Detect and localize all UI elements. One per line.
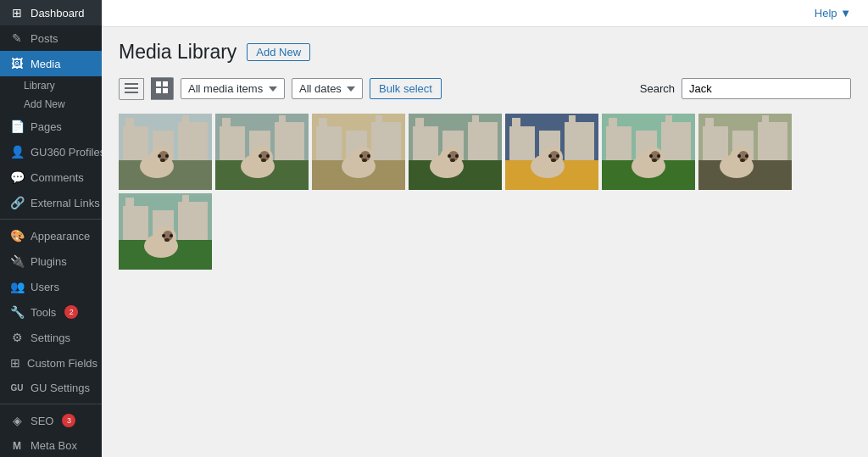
sidebar-label-comments: Comments — [31, 171, 84, 184]
sidebar-label-posts: Posts — [31, 32, 58, 45]
sidebar-item-gu360-profiles[interactable]: 👤 GU360 Profiles — [0, 139, 102, 164]
media-item[interactable] — [409, 114, 502, 190]
sidebar-label-meta-box: Meta Box — [31, 439, 77, 452]
meta-box-icon: M — [10, 440, 24, 452]
media-item[interactable] — [119, 114, 212, 190]
sidebar-item-tools[interactable]: 🔧 Tools 2 — [0, 299, 102, 325]
main-content: Help ▼ Media Library Add New All media i… — [102, 0, 868, 457]
svg-rect-3 — [156, 81, 161, 86]
media-icon: 🖼 — [10, 57, 24, 70]
sidebar-item-appearance[interactable]: 🎨 Appearance — [0, 223, 102, 248]
list-view-button[interactable] — [119, 78, 144, 100]
external-links-icon: 🔗 — [10, 196, 24, 209]
sidebar-label-gu-settings: GU Settings — [31, 382, 90, 394]
media-item[interactable] — [119, 193, 212, 270]
sidebar-item-custom-fields[interactable]: ⊞ Custom Fields — [0, 350, 102, 376]
sidebar-label-custom-fields: Custom Fields — [27, 357, 97, 370]
svg-rect-6 — [163, 88, 168, 93]
search-label: Search — [640, 82, 675, 95]
posts-icon: ✎ — [10, 31, 24, 45]
sidebar-item-external-links[interactable]: 🔗 External Links — [0, 190, 102, 215]
sidebar-label-gu360: GU360 Profiles — [31, 146, 102, 159]
sidebar-label-users: Users — [31, 281, 59, 293]
sidebar-label-tools: Tools — [31, 306, 56, 319]
sidebar-item-pages[interactable]: 📄 Pages — [0, 114, 102, 139]
sidebar: ⊞ Dashboard ✎ Posts 🖼 Media Library Add … — [0, 0, 102, 457]
sidebar-item-dashboard[interactable]: ⊞ Dashboard — [0, 0, 102, 25]
seo-icon: ◈ — [10, 414, 24, 427]
appearance-icon: 🎨 — [10, 229, 24, 242]
bulk-select-button[interactable]: Bulk select — [370, 78, 442, 99]
topbar: Help ▼ — [102, 0, 868, 27]
sidebar-label-plugins: Plugins — [31, 255, 67, 268]
sidebar-label-add-new-media: Add New — [24, 98, 65, 110]
sidebar-item-seo[interactable]: ◈ SEO 3 — [0, 408, 102, 433]
tools-badge: 2 — [64, 305, 78, 319]
page-title: Media Library — [119, 41, 236, 64]
sidebar-label-media: Media — [31, 58, 60, 70]
svg-rect-0 — [125, 83, 138, 85]
sidebar-item-gu-settings[interactable]: GU GU Settings — [0, 376, 102, 400]
pages-icon: 📄 — [10, 120, 24, 133]
add-new-button[interactable]: Add New — [247, 43, 310, 61]
gu360-icon: 👤 — [10, 145, 24, 159]
media-type-filter[interactable]: All media items — [181, 78, 285, 99]
gu-settings-icon: GU — [10, 383, 24, 393]
sidebar-label-dashboard: Dashboard — [31, 7, 85, 20]
media-item[interactable] — [602, 114, 695, 190]
sidebar-item-plugins[interactable]: 🔌 Plugins — [0, 248, 102, 274]
settings-icon: ⚙ — [10, 331, 24, 344]
media-item[interactable] — [312, 114, 405, 190]
list-view-icon — [125, 82, 138, 96]
custom-fields-icon: ⊞ — [10, 356, 20, 370]
sidebar-item-settings[interactable]: ⚙ Settings — [0, 325, 102, 350]
svg-rect-2 — [125, 92, 138, 93]
sidebar-label-pages: Pages — [31, 120, 62, 133]
grid-view-icon — [156, 81, 168, 96]
sidebar-item-add-new-media[interactable]: Add New — [0, 95, 102, 114]
sidebar-item-users[interactable]: 👥 Users — [0, 274, 102, 299]
sidebar-item-posts[interactable]: ✎ Posts — [0, 25, 102, 51]
help-button[interactable]: Help ▼ — [815, 7, 851, 20]
sidebar-label-appearance: Appearance — [31, 230, 90, 242]
plugins-icon: 🔌 — [10, 254, 24, 268]
date-filter[interactable]: All dates — [292, 78, 363, 99]
users-icon: 👥 — [10, 280, 24, 293]
comments-icon: 💬 — [10, 170, 24, 184]
search-input[interactable] — [682, 78, 851, 99]
sidebar-label-settings: Settings — [31, 332, 70, 344]
sidebar-item-media[interactable]: 🖼 Media — [0, 51, 102, 76]
sidebar-item-library[interactable]: Library — [0, 76, 102, 95]
dashboard-icon: ⊞ — [10, 6, 24, 20]
media-item[interactable] — [698, 114, 792, 190]
grid-view-button[interactable] — [151, 77, 174, 100]
media-grid — [119, 114, 851, 270]
sidebar-item-meta-box[interactable]: M Meta Box — [0, 433, 102, 457]
media-item[interactable] — [215, 114, 309, 190]
sidebar-label-seo: SEO — [31, 415, 53, 427]
page-header: Media Library Add New — [119, 41, 851, 64]
tools-icon: 🔧 — [10, 305, 24, 319]
sidebar-label-external-links: External Links — [31, 197, 100, 209]
sidebar-item-comments[interactable]: 💬 Comments — [0, 164, 102, 190]
media-item[interactable] — [505, 114, 598, 190]
svg-rect-4 — [163, 81, 168, 86]
sidebar-label-library: Library — [24, 80, 55, 92]
seo-badge: 3 — [62, 414, 75, 427]
svg-rect-5 — [156, 88, 161, 93]
svg-rect-1 — [125, 87, 138, 89]
media-toolbar: All media items All dates Bulk select Se… — [119, 77, 851, 100]
